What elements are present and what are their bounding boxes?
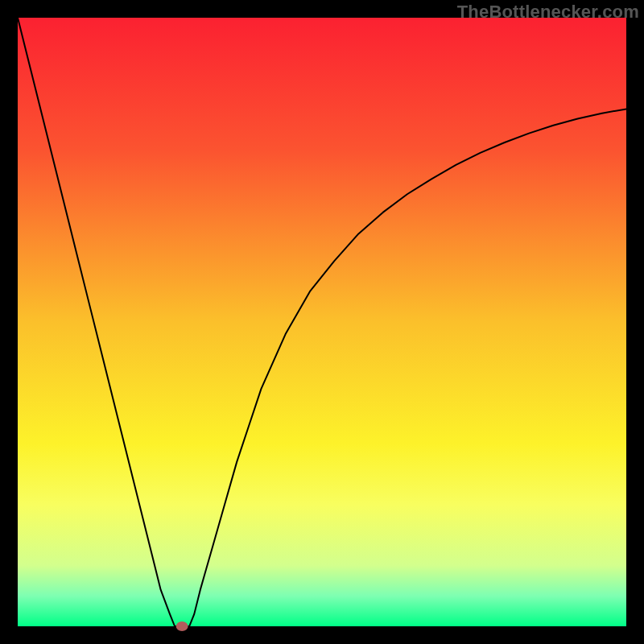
- optimal-point-marker: [176, 621, 188, 631]
- bottleneck-curve: [18, 18, 626, 626]
- watermark-text: TheBottlenecker.com: [457, 2, 639, 23]
- bottleneck-curve-layer: [18, 18, 626, 626]
